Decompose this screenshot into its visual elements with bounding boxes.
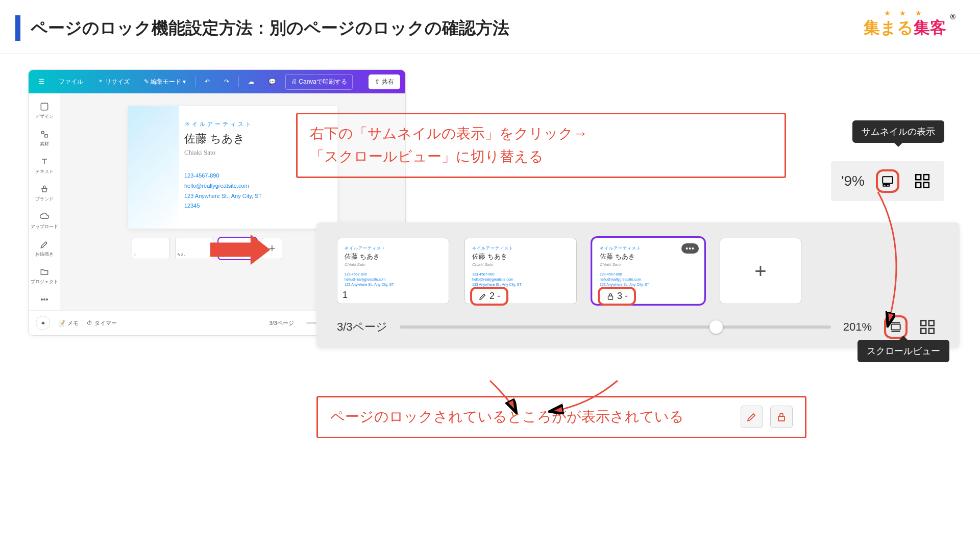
- sidebar-draw[interactable]: お絵描き: [29, 235, 60, 262]
- page-indicator: 3/3ページ: [270, 319, 294, 327]
- thumb-2-badge: 2 -: [470, 287, 508, 306]
- accent-bar: [15, 15, 20, 41]
- arrow-right-icon: ➡: [206, 212, 273, 283]
- zoom-slider[interactable]: [400, 325, 831, 329]
- sidebar-brand[interactable]: ブランド: [29, 180, 60, 207]
- svg-rect-0: [41, 103, 47, 110]
- svg-rect-20: [929, 329, 934, 334]
- grid-view-button-2[interactable]: [916, 315, 939, 339]
- thumb-3-badge: 3 -: [598, 287, 636, 306]
- share-button[interactable]: ⇧ 共有: [369, 74, 400, 89]
- page-thumb-1[interactable]: ネイルアーティスト 佐藤 ちあき Chiaki Sato 123-4567-89…: [337, 238, 449, 304]
- svg-rect-21: [778, 416, 785, 421]
- add-page-button[interactable]: +: [720, 238, 801, 304]
- sidebar-text[interactable]: テキスト: [29, 153, 60, 179]
- svg-rect-9: [916, 174, 921, 180]
- brand-logo: ★ ★ ★ 集まる集客 ®: [861, 17, 949, 39]
- thumbnail-panel: ネイルアーティスト 佐藤 ちあき Chiaki Sato 123-4567-89…: [316, 222, 960, 348]
- page-title: ページのロック機能設定方法：別のページのロックの確認方法: [31, 17, 509, 40]
- annotation-callout-1: 右下の「サムネイルの表示」をクリック→ 「スクロールビュー」に切り替える: [296, 113, 786, 178]
- svg-point-4: [44, 299, 45, 300]
- timer-button[interactable]: ⏱ タイマー: [87, 319, 117, 327]
- lock-icon: [606, 292, 615, 301]
- cloud-icon[interactable]: ☁: [243, 75, 259, 88]
- svg-rect-17: [921, 320, 926, 325]
- edit-lock-icon: [478, 292, 487, 301]
- svg-rect-8: [887, 185, 889, 186]
- edit-icon: [741, 406, 763, 428]
- comment-icon[interactable]: 💬: [263, 75, 281, 88]
- svg-rect-7: [883, 185, 886, 186]
- thumbnail-view-button[interactable]: [876, 169, 899, 193]
- svg-rect-18: [929, 320, 934, 325]
- thumb-menu-icon[interactable]: •••: [681, 243, 699, 254]
- svg-rect-14: [891, 324, 900, 330]
- edit-mode-menu[interactable]: ✎ 編集モード ▾: [139, 74, 191, 89]
- svg-rect-11: [916, 183, 921, 188]
- svg-rect-12: [924, 183, 929, 188]
- sidebar-upload[interactable]: アップロード: [29, 208, 60, 234]
- hamburger-icon[interactable]: ☰: [34, 75, 50, 88]
- zoom-value: '9%: [841, 173, 865, 189]
- page-counter: 3/3ページ: [337, 319, 387, 335]
- svg-rect-10: [924, 174, 929, 180]
- sidebar-design[interactable]: デザイン: [29, 97, 60, 124]
- svg-point-3: [41, 299, 43, 300]
- sidebar-elements[interactable]: 素材: [29, 125, 60, 152]
- grid-view-button[interactable]: [911, 169, 934, 193]
- canva-sidebar: デザイン 素材 テキスト ブランド アップロード お絵描き プロジェクト: [29, 93, 60, 310]
- sidebar-more[interactable]: [29, 290, 60, 310]
- page-thumb-2[interactable]: ネイルアーティスト 佐藤 ちあき Chiaki Sato 123-4567-89…: [464, 238, 577, 304]
- tooltip-thumbnail-view: サムネイルの表示: [852, 120, 944, 143]
- svg-rect-13: [608, 296, 613, 299]
- sidebar-projects[interactable]: プロジェクト: [29, 263, 60, 289]
- zoom-panel-top: '9%: [831, 161, 944, 201]
- annotation-callout-2: ページのロックされているところがが表示されている: [316, 396, 806, 438]
- thumb-1[interactable]: 1: [132, 238, 170, 259]
- undo-icon[interactable]: ↶: [200, 75, 215, 88]
- tooltip-scroll-view: スクロールビュー: [857, 340, 949, 362]
- file-menu[interactable]: ファイル: [54, 74, 88, 89]
- svg-point-1: [41, 131, 44, 134]
- page-thumb-3[interactable]: ••• ネイルアーティスト 佐藤 ちあき Chiaki Sato 123-456…: [592, 238, 704, 304]
- magic-icon[interactable]: ✦: [36, 316, 50, 330]
- thumb-number: 1: [342, 290, 348, 300]
- zoom-percent: 201%: [843, 320, 872, 334]
- canva-toolbar: ☰ ファイル ＊ リサイズ ✎ 編集モード ▾ ↶ ↷ ☁ 💬 🖨 Canvaで…: [29, 70, 405, 93]
- redo-icon[interactable]: ↷: [219, 75, 234, 88]
- print-button[interactable]: 🖨 Canvaで印刷する: [285, 74, 353, 90]
- svg-rect-2: [45, 135, 47, 137]
- svg-point-5: [46, 299, 48, 300]
- resize-menu[interactable]: ＊ リサイズ: [92, 74, 135, 89]
- svg-rect-19: [921, 329, 926, 334]
- memo-button[interactable]: 📝 メモ: [58, 319, 79, 327]
- page-header: ページのロック機能設定方法：別のページのロックの確認方法 ★ ★ ★ 集まる集客…: [0, 0, 980, 54]
- lock-icon: [770, 406, 793, 428]
- svg-rect-6: [883, 177, 893, 183]
